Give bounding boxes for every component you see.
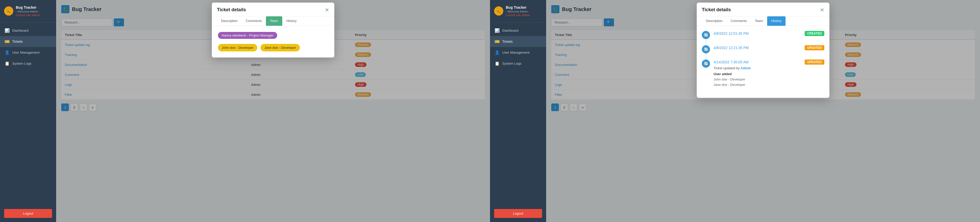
sidebar-logo-right: 🐛 [494, 6, 503, 16]
modal-close-left[interactable]: ✕ [325, 7, 329, 13]
history-line [706, 53, 706, 59]
sidebar-logout-right: Logout [490, 205, 546, 222]
history-row: 4/8/2022 12:01:45 PM CREATED [714, 31, 824, 36]
sidebar-right: 🐛 Bug Tracker - Welcome Admin - Current … [490, 0, 546, 222]
sidebar-item-logs-left[interactable]: 📋 System Logs [0, 58, 56, 69]
sidebar-logo-left: 🐛 [4, 6, 13, 16]
sidebar-item-logs-right[interactable]: 📋 System Logs [490, 58, 546, 69]
users-icon-left: 👤 [5, 50, 10, 55]
modal-body-right: 🔄 4/8/2022 12:01:45 PM CREATED 🔄 4/8/202… [697, 26, 829, 98]
modal-tab-team-right[interactable]: Team [751, 16, 767, 26]
history-user: John doe - Developer [714, 77, 824, 81]
sidebar-item-dashboard-left[interactable]: 📊 Dashboard [0, 25, 56, 36]
modal-left: Ticket details ✕ Description Comments Te… [212, 3, 334, 57]
tickets-icon-right: 🎫 [495, 39, 500, 44]
pm-tag-left: Hanna steinbeck - Project Manager [218, 32, 277, 39]
modal-title-right: Ticket details [702, 7, 731, 13]
sidebar-item-label-logs-right: System Logs [502, 62, 522, 65]
modal-tabs-left: Description Comments Team History [212, 16, 334, 26]
modal-overlay-left: Ticket details ✕ Description Comments Te… [56, 0, 490, 222]
history-entry: 🔄 4/14/2022 7:30:05 AM UPDATED Ticket up… [702, 59, 824, 86]
sidebar-title-group-right: Bug Tracker - Welcome Admin - Current ro… [506, 5, 530, 17]
modal-header-left: Ticket details ✕ [212, 3, 334, 16]
history-date: 4/8/2022 12:21:35 PM [714, 46, 749, 50]
logs-icon-left: 📋 [5, 61, 10, 66]
dev2-tag-left: Jane doe - Developer [261, 44, 300, 51]
sidebar-item-users-right[interactable]: 👤 User Management [490, 47, 546, 58]
sidebar-nav-right: 📊 Dashboard 🎫 Tickets 👤 User Management … [490, 22, 546, 205]
right-panel: 🐛 Bug Tracker - Welcome Admin - Current … [490, 0, 980, 222]
main-content-left: 🐛 Bug Tracker 🔍 Ticket Title Author Prio… [56, 0, 490, 222]
sidebar-item-label-tickets-left: Tickets [12, 40, 23, 43]
tickets-icon-left: 🎫 [5, 39, 10, 44]
modal-body-left: Hanna steinbeck - Project Manager John d… [212, 26, 334, 57]
logs-icon-right: 📋 [495, 61, 500, 66]
dashboard-icon-left: 📊 [5, 28, 10, 33]
history-content-inner: 4/8/2022 12:21:35 PM UPDATED [714, 45, 824, 53]
history-user-label: User added [714, 72, 824, 76]
sidebar-item-tickets-left[interactable]: 🎫 Tickets [0, 36, 56, 47]
sidebar-header-right: 🐛 Bug Tracker - Welcome Admin - Current … [490, 0, 546, 22]
history-entry: 🔄 4/8/2022 12:21:35 PM UPDATED [702, 45, 824, 53]
sidebar-left: 🐛 Bug Tracker - Welcome Admin - Current … [0, 0, 56, 222]
sidebar-item-users-left[interactable]: 👤 User Management [0, 47, 56, 58]
modal-tab-history-left[interactable]: History [282, 16, 301, 26]
team-content-left: Hanna steinbeck - Project Manager John d… [217, 31, 329, 53]
sidebar-subtitle-right: - Welcome Admin - [506, 10, 530, 13]
history-icon: 🔄 [702, 59, 710, 68]
sidebar-item-label-tickets-right: Tickets [502, 40, 513, 43]
sidebar-item-label-dashboard-right: Dashboard [502, 29, 519, 32]
sidebar-item-label-users-right: User Management [502, 51, 530, 54]
modal-tab-description-right[interactable]: Description [702, 16, 727, 26]
sidebar-item-label-users-left: User Management [12, 51, 40, 54]
modal-tab-comments-right[interactable]: Comments [727, 16, 751, 26]
history-entry: 🔄 4/8/2022 12:01:45 PM CREATED [702, 31, 824, 39]
history-date: 4/14/2022 7:30:05 AM [714, 60, 749, 64]
sidebar-item-tickets-right[interactable]: 🎫 Tickets [490, 36, 546, 47]
sidebar-nav-left: 📊 Dashboard 🎫 Tickets 👤 User Management … [0, 22, 56, 205]
users-icon-right: 👤 [495, 50, 500, 55]
history-date: 4/8/2022 12:01:45 PM [714, 32, 749, 35]
history-icon: 🔄 [702, 45, 710, 53]
history-user: Jane doe - Developer [714, 83, 824, 86]
sidebar-role-left: Current role: Admin [16, 13, 40, 17]
history-content-inner: 4/14/2022 7:30:05 AM UPDATED Ticket upda… [714, 59, 824, 86]
history-status-badge: UPDATED [805, 59, 824, 65]
sidebar-item-label-logs-left: System Logs [12, 62, 32, 65]
sidebar-logout-left: Logout [0, 205, 56, 222]
history-detail: Ticket updated by Admin [714, 66, 824, 70]
modal-title-left: Ticket details [217, 7, 246, 13]
history-icon: 🔄 [702, 31, 710, 39]
sidebar-header-left: 🐛 Bug Tracker - Welcome Admin - Current … [0, 0, 56, 22]
modal-tab-description-left[interactable]: Description [217, 16, 242, 26]
modal-tab-history-right[interactable]: History [767, 16, 786, 26]
history-content-right: 🔄 4/8/2022 12:01:45 PM CREATED 🔄 4/8/202… [702, 31, 824, 86]
history-row: 4/14/2022 7:30:05 AM UPDATED [714, 59, 824, 65]
history-line [706, 39, 706, 45]
logout-button-left[interactable]: Logout [4, 209, 52, 218]
sidebar-app-title-left: Bug Tracker [16, 5, 40, 10]
sidebar-title-group-left: Bug Tracker - Welcome Admin - Current ro… [16, 5, 40, 17]
modal-header-right: Ticket details ✕ [697, 3, 829, 16]
sidebar-role-right: Current role: Admin [506, 13, 530, 17]
dashboard-icon-right: 📊 [495, 28, 500, 33]
modal-overlay-right: Ticket details ✕ Description Comments Te… [546, 0, 980, 222]
history-row: 4/8/2022 12:21:35 PM UPDATED [714, 45, 824, 50]
modal-tab-comments-left[interactable]: Comments [242, 16, 266, 26]
modal-right: Ticket details ✕ Description Comments Te… [697, 3, 829, 98]
sidebar-item-dashboard-right[interactable]: 📊 Dashboard [490, 25, 546, 36]
modal-tabs-right: Description Comments Team History [697, 16, 829, 26]
history-status-badge: UPDATED [805, 45, 824, 50]
left-panel: 🐛 Bug Tracker - Welcome Admin - Current … [0, 0, 490, 222]
modal-close-right[interactable]: ✕ [820, 7, 824, 13]
modal-tab-team-left[interactable]: Team [266, 16, 282, 26]
sidebar-subtitle-left: - Welcome Admin - [16, 10, 40, 13]
sidebar-item-label-dashboard-left: Dashboard [12, 29, 29, 32]
dev1-tag-left: John doe - Developer [218, 44, 257, 51]
history-status-badge: CREATED [805, 31, 824, 36]
main-content-right: 🐛 Bug Tracker 🔍 Ticket Title Author Prio… [546, 0, 980, 222]
developer-tags-left: John doe - Developer Jane doe - Develope… [217, 43, 329, 53]
logout-button-right[interactable]: Logout [494, 209, 542, 218]
history-content-inner: 4/8/2022 12:01:45 PM CREATED [714, 31, 824, 39]
sidebar-app-title-right: Bug Tracker [506, 5, 530, 10]
